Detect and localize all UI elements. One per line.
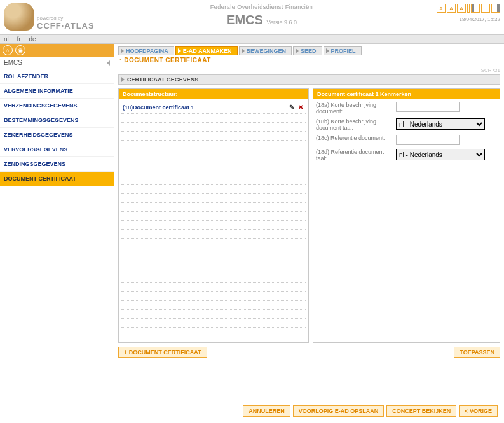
font-size-large-button[interactable]: A bbox=[457, 4, 466, 13]
document-properties-panel: Document certificaat 1 Kenmerken (18a) K… bbox=[313, 88, 500, 343]
section-title: CERTIFICAAT GEGEVENS bbox=[127, 76, 198, 83]
delete-icon[interactable]: ✕ bbox=[297, 104, 304, 111]
chevron-right-icon bbox=[121, 77, 125, 82]
language-bar: nl fr de bbox=[0, 34, 504, 44]
lang-de[interactable]: de bbox=[29, 36, 36, 43]
edit-icon[interactable]: ✎ bbox=[288, 104, 296, 111]
label-18a: (18a) Korte beschrijving document: bbox=[316, 102, 392, 114]
document-structure-body: (18)Document certificaat 1 ✎ ✕ bbox=[119, 99, 308, 342]
main-layout: ⌂ ◉ EMCS ROL AFZENDER ALGEMENE INFORMATI… bbox=[0, 44, 504, 400]
tabs: HOOFDPAGINA E-AD AANMAKEN BEWEGINGEN SEE… bbox=[118, 46, 500, 55]
layout-3-button[interactable] bbox=[491, 4, 500, 13]
sidebar-item-rol-afzender[interactable]: ROL AFZENDER bbox=[0, 69, 114, 84]
panels: Documentstructuur: (18)Document certific… bbox=[118, 88, 500, 343]
screen-id: SCR721 bbox=[118, 67, 500, 73]
brand: CCFF·ATLAS bbox=[37, 22, 95, 31]
save-draft-button[interactable]: VOORLOPIG E-AD OPSLAAN bbox=[293, 405, 385, 417]
sidebar-app-name: EMCS bbox=[0, 57, 114, 69]
field-18b: (18b) Korte beschrijving document taal: … bbox=[316, 118, 497, 131]
sidebar-icon-row: ⌂ ◉ bbox=[0, 44, 114, 57]
collapse-sidebar-icon[interactable] bbox=[107, 60, 110, 66]
cancel-button[interactable]: ANNULEREN bbox=[243, 405, 290, 417]
layout-1-button[interactable] bbox=[471, 4, 480, 13]
select-18b[interactable]: nl - Nederlands bbox=[396, 118, 485, 130]
field-18a: (18a) Korte beschrijving document: bbox=[316, 102, 497, 114]
app-version: Versie 9.6.0 bbox=[266, 19, 297, 25]
tab-seed[interactable]: SEED bbox=[293, 46, 322, 55]
previous-button[interactable]: < VORIGE bbox=[459, 405, 498, 417]
panel-buttons: + DOCUMENT CERTIFICAAT TOEPASSEN bbox=[118, 347, 500, 358]
tab-e-ad-aanmaken[interactable]: E-AD AANMAKEN bbox=[175, 46, 238, 55]
label-18c: (18c) Referentie document: bbox=[316, 135, 392, 141]
label-18d: (18d) Referentie document taal: bbox=[316, 149, 392, 162]
add-document-certificaat-button[interactable]: + DOCUMENT CERTIFICAAT bbox=[118, 347, 207, 358]
input-18c[interactable] bbox=[396, 135, 460, 145]
lang-nl[interactable]: nl bbox=[4, 36, 9, 43]
logo-block: powered by CCFF·ATLAS bbox=[4, 3, 118, 31]
top-header: powered by CCFF·ATLAS Federale Overheids… bbox=[0, 0, 504, 34]
document-properties-body: (18a) Korte beschrijving document: (18b)… bbox=[313, 99, 500, 342]
sidebar-item-zekerheidsgegevens[interactable]: ZEKERHEIDSGEGEVENS bbox=[0, 128, 114, 142]
header-right: A A A 18/04/2017, 15:32 bbox=[405, 3, 500, 22]
tab-bewegingen[interactable]: BEWEGINGEN bbox=[239, 46, 292, 55]
font-size-small-button[interactable]: A bbox=[437, 4, 446, 13]
sidebar-item-zendingsgegevens[interactable]: ZENDINGSGEGEVENS bbox=[0, 157, 114, 172]
util-row: A A A bbox=[405, 4, 500, 13]
section-header: CERTIFICAAT GEGEVENS bbox=[118, 74, 500, 85]
doc-cert-1-row[interactable]: (18)Document certificaat 1 ✎ ✕ bbox=[121, 102, 306, 114]
footer-buttons: ANNULEREN VOORLOPIG E-AD OPSLAAN CONCEPT… bbox=[0, 400, 504, 422]
sidebar-item-verzendingsgegevens[interactable]: VERZENDINGSGEGEVENS bbox=[0, 99, 114, 113]
sidebar-item-vervoersgegevens[interactable]: VERVOERSGEGEVENS bbox=[0, 142, 114, 157]
field-18d: (18d) Referentie document taal: nl - Ned… bbox=[316, 149, 497, 162]
preview-button[interactable]: CONCEPT BEKIJKEN bbox=[386, 405, 456, 417]
lang-fr[interactable]: fr bbox=[17, 36, 21, 43]
apply-button[interactable]: TOEPASSEN bbox=[454, 347, 500, 358]
breadcrumb: ·DOCUMENT CERTIFICAAT bbox=[119, 57, 500, 64]
sidebar-item-bestemmingsgegevens[interactable]: BESTEMMINGSGEGEVENS bbox=[0, 113, 114, 128]
tab-profiel[interactable]: PROFIEL bbox=[324, 46, 362, 55]
sidebar: ⌂ ◉ EMCS ROL AFZENDER ALGEMENE INFORMATI… bbox=[0, 44, 114, 400]
sidebar-item-document-certificaat[interactable]: DOCUMENT CERTIFICAAT bbox=[0, 172, 114, 186]
timestamp: 18/04/2017, 15:32 bbox=[405, 17, 500, 22]
document-properties-header: Document certificaat 1 Kenmerken bbox=[313, 89, 500, 99]
agency-name: Federale Overheidsdienst Financiën bbox=[118, 4, 405, 10]
chevron-right-icon bbox=[242, 48, 245, 53]
content: HOOFDPAGINA E-AD AANMAKEN BEWEGINGEN SEE… bbox=[114, 44, 504, 400]
logo-text: powered by CCFF·ATLAS bbox=[37, 16, 95, 31]
header-center: Federale Overheidsdienst Financiën EMCS … bbox=[118, 3, 405, 27]
globe-icon[interactable]: ◉ bbox=[15, 45, 25, 55]
chevron-right-icon bbox=[326, 48, 329, 53]
document-structure-header: Documentstructuur: bbox=[119, 89, 308, 99]
app-title: EMCS Versie 9.6.0 bbox=[118, 13, 405, 27]
util-divider bbox=[467, 4, 470, 13]
chevron-right-icon bbox=[121, 48, 124, 53]
chevron-right-icon bbox=[296, 48, 299, 53]
tab-hoofdpagina[interactable]: HOOFDPAGINA bbox=[118, 46, 174, 55]
field-18c: (18c) Referentie document: bbox=[316, 135, 497, 145]
logo-image bbox=[4, 3, 34, 31]
doc-cert-1-label: (18)Document certificaat 1 bbox=[123, 104, 194, 111]
home-icon[interactable]: ⌂ bbox=[3, 45, 13, 55]
layout-2-button[interactable] bbox=[481, 4, 490, 13]
document-structure-panel: Documentstructuur: (18)Document certific… bbox=[118, 88, 309, 343]
label-18b: (18b) Korte beschrijving document taal: bbox=[316, 118, 392, 131]
chevron-right-icon bbox=[178, 48, 181, 53]
font-size-medium-button[interactable]: A bbox=[447, 4, 456, 13]
input-18a[interactable] bbox=[396, 102, 460, 112]
select-18d[interactable]: nl - Nederlands bbox=[396, 149, 485, 160]
sidebar-item-algemene-informatie[interactable]: ALGEMENE INFORMATIE bbox=[0, 84, 114, 99]
